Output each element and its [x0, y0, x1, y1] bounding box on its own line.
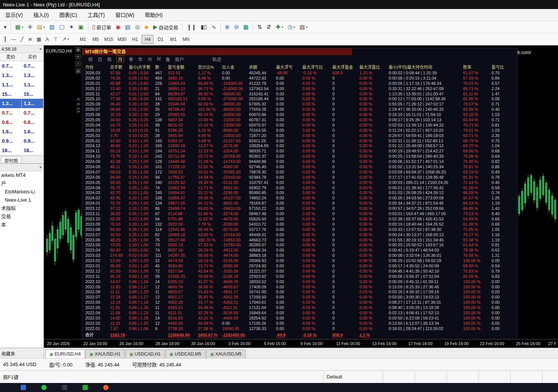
- taskbar-app-dark[interactable]: [62, 385, 67, 390]
- arrange-up-button[interactable]: ⇅: [255, 23, 264, 32]
- market-watch-row[interactable]: 0.8...0.8...: [0, 118, 44, 127]
- menu-item[interactable]: 显示(V): [0, 9, 28, 21]
- new-order-button[interactable]: ▯新订单: [90, 23, 113, 32]
- stats-tab[interactable]: 月: [116, 56, 124, 63]
- stats-tab[interactable]: 年: [138, 56, 143, 62]
- periods-button[interactable]: ◷▾: [285, 23, 297, 32]
- market-watch-row[interactable]: 15...15...: [0, 89, 44, 99]
- close-icon[interactable]: ×: [39, 47, 42, 51]
- navigator-button[interactable]: ✦: [67, 23, 76, 32]
- bar-chart-button[interactable]: ❙❙: [184, 23, 198, 32]
- label-button[interactable]: ⊤: [51, 35, 60, 43]
- market-watch-row[interactable]: 1.3...1.3...: [0, 71, 44, 80]
- sell-column-header[interactable]: 卖价: [0, 53, 22, 61]
- profiles-button[interactable]: ▤▾: [35, 23, 47, 32]
- menu-item[interactable]: 帮助(H): [140, 9, 168, 21]
- drag-move-icon[interactable]: ✛: [75, 54, 81, 59]
- new-chart-button[interactable]: ▦▾: [13, 23, 26, 32]
- market-watch-row[interactable]: 1.3...1.3...: [0, 99, 44, 108]
- navigator-item[interactable]: 户: [0, 179, 44, 188]
- crosshair-button[interactable]: —: [9, 35, 18, 43]
- timeframe-w1[interactable]: W1: [167, 35, 179, 44]
- taskbar-app-blue[interactable]: [21, 385, 26, 390]
- terminal-button[interactable]: ▣: [76, 23, 86, 32]
- tab-tick-chart[interactable]: 即时图: [1, 156, 21, 163]
- navigator-item[interactable]: 术指标: [0, 204, 44, 213]
- market-watch-row[interactable]: 0.7...0.7...: [0, 108, 44, 118]
- stats-tab-track[interactable]: 轨迹: [212, 56, 221, 62]
- timeframe-m1[interactable]: M1: [77, 35, 89, 44]
- market-watch-row[interactable]: 0.9...0.9...: [0, 136, 44, 146]
- candle-chart-button[interactable]: ▮▯: [199, 23, 210, 32]
- templates-button[interactable]: ▨▾: [297, 23, 310, 32]
- seal-button[interactable]: ◉: [113, 23, 123, 32]
- channel-button[interactable]: ≋: [26, 35, 35, 43]
- chart-tab-xauusd-h1[interactable]: ▦XAUUSD,H1: [86, 350, 125, 358]
- taskbar-app-green-2[interactable]: [83, 385, 88, 390]
- cursor-button[interactable]: ┃: [2, 35, 9, 43]
- navigator-item[interactable]: Neex-Live 1: [0, 196, 44, 204]
- taskbar-app-green-1[interactable]: [41, 385, 47, 390]
- taskbar-app-orange[interactable]: [103, 385, 109, 390]
- market-watch-button[interactable]: ▥: [47, 23, 57, 32]
- market-watch-row[interactable]: 0.7...0.7...: [0, 61, 44, 71]
- autotrading-button[interactable]: ▶自动交易: [151, 23, 181, 32]
- text-button[interactable]: A: [44, 35, 51, 43]
- buy-column-header[interactable]: 买价: [22, 53, 44, 61]
- profile-cell[interactable]: Default: [324, 371, 383, 383]
- help-icon[interactable]: ?: [75, 61, 81, 66]
- data-window-button[interactable]: ▢: [57, 23, 67, 32]
- stats-tab[interactable]: 备: [166, 56, 170, 62]
- indicators-button[interactable]: ✚▾: [273, 23, 285, 32]
- navigator-item[interactable]: 本: [0, 221, 44, 229]
- zoom-out-button[interactable]: ⊖: [232, 23, 241, 32]
- navigator-item[interactable]: 交易: [0, 213, 44, 221]
- timeframe-mn[interactable]: MN: [180, 35, 192, 44]
- menu-item[interactable]: 图表(C): [54, 9, 82, 21]
- date-axis[interactable]: 20 Jan 202622 Jan 16:0026 Jan 16:0028 Ja…: [44, 339, 558, 348]
- tile-windows-button[interactable]: ▦: [241, 23, 251, 32]
- zoom-in-button[interactable]: ⊕: [223, 23, 232, 32]
- trendline-button[interactable]: ╱: [18, 35, 26, 43]
- stats-tab[interactable]: 巾: [148, 56, 152, 62]
- timeframe-d1[interactable]: D1: [154, 35, 166, 44]
- chart-tab-usdcad-h1[interactable]: ▦USDCAD,H1: [125, 350, 165, 358]
- navigator-item[interactable]: arkets MT4: [0, 171, 44, 179]
- stats-tab[interactable]: 周: [107, 56, 112, 62]
- list-icon[interactable]: ▤: [75, 68, 81, 74]
- chart-tab-usdcad-m5[interactable]: ▦USDCAD,M5: [166, 350, 205, 358]
- metaeditor-button[interactable]: ◆: [142, 23, 151, 32]
- chart-tab-eurusd-h4[interactable]: ▦EURUSD,H4: [45, 350, 85, 358]
- panel-box-icon[interactable]: ▣: [75, 47, 81, 52]
- stats-tab[interactable]: 综: [88, 56, 93, 62]
- stats-tab[interactable]: 账户: [175, 56, 184, 62]
- market-watch-row[interactable]: 1.1...1.1...: [0, 80, 44, 89]
- timeframe-h1[interactable]: H1: [129, 35, 141, 44]
- menu-item[interactable]: 窗口(W): [110, 9, 140, 21]
- timeframe-m30[interactable]: M30: [116, 35, 128, 44]
- toolbar-caret-button[interactable]: ▾: [2, 23, 9, 32]
- menu-item[interactable]: 插入(I): [28, 9, 54, 21]
- stats-tab[interactable]: M: [157, 56, 161, 62]
- stats-tab[interactable]: 日: [98, 56, 102, 62]
- fibonacci-button[interactable]: ▦: [35, 35, 44, 43]
- shapes-button[interactable]: ↗▾: [60, 35, 71, 43]
- crosshair-target-button[interactable]: ✛: [26, 23, 35, 32]
- timeframe-h4[interactable]: H4: [142, 35, 154, 44]
- close-icon[interactable]: ×: [39, 165, 42, 170]
- chart-area[interactable]: EURUSD,H4 ▣✛?▤ V 6.16 外汇智能指标 https://fxz…: [44, 45, 558, 348]
- globe-button[interactable]: ◎: [133, 23, 142, 32]
- arrange-down-button[interactable]: ⇵: [264, 23, 274, 32]
- equity: 净值: 45 245.44: [85, 361, 119, 368]
- market-watch-row[interactable]: 18...18...: [0, 146, 44, 155]
- timeframe-m5[interactable]: M5: [90, 35, 102, 44]
- tab-favorites[interactable]: 收藏夹: [0, 349, 44, 358]
- timeframe-m15[interactable]: M15: [103, 35, 115, 44]
- chart-tab-xauusd-m5[interactable]: ▦XAUUSD,M5: [206, 350, 246, 358]
- market-watch-row[interactable]: 1.6...1.6...: [0, 127, 44, 136]
- navigator-item[interactable]: EtoMarkets-Li: [0, 188, 44, 196]
- print-button[interactable]: ▤: [123, 23, 133, 32]
- menu-item[interactable]: 工具(T): [82, 9, 110, 21]
- line-chart-button[interactable]: ∿: [209, 23, 219, 32]
- stats-tab[interactable]: 季: [129, 56, 133, 62]
